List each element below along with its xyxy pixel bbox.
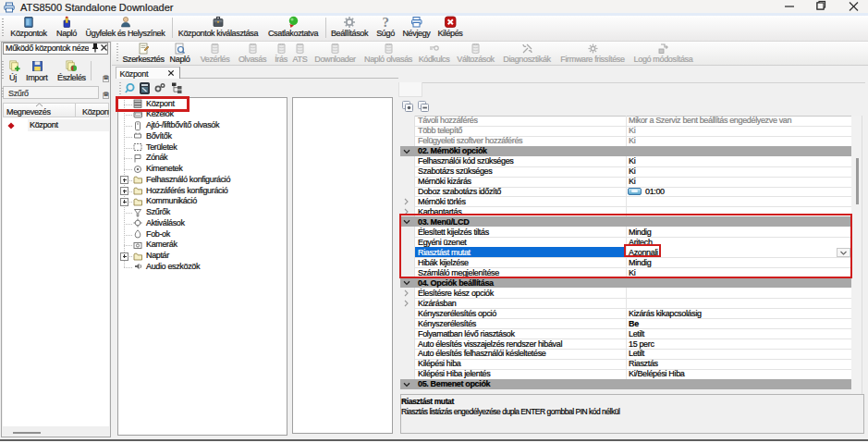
svg-text:?: ? bbox=[382, 16, 388, 29]
